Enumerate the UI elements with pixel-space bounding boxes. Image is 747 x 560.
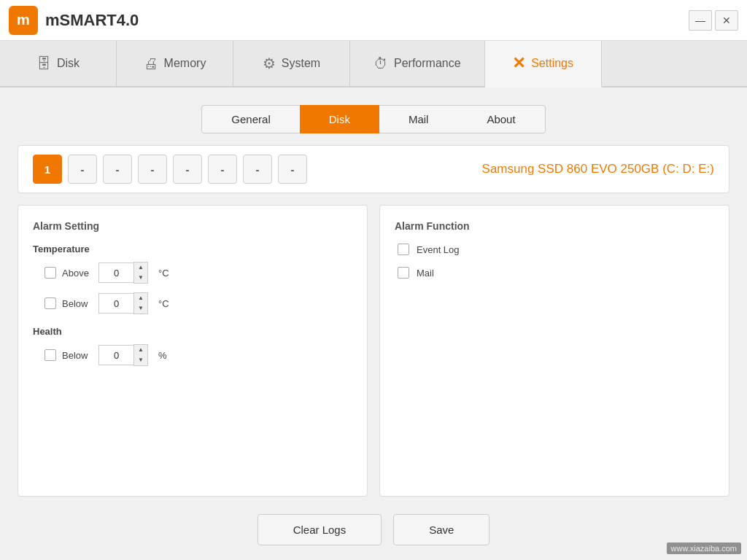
memory-icon: 🖨 — [144, 55, 158, 72]
below-health-down-button[interactable]: ▼ — [134, 355, 147, 365]
disk-button-3[interactable]: - — [103, 155, 132, 184]
disk-icon: 🗄 — [36, 55, 51, 72]
app-logo: m — [9, 6, 38, 35]
clear-logs-button[interactable]: Clear Logs — [258, 514, 382, 545]
disk-button-4[interactable]: - — [138, 155, 167, 184]
alarm-setting-panel: Alarm Setting Temperature Above ▲ ▼ °C — [18, 205, 368, 497]
above-spinner: ▲ ▼ — [133, 262, 148, 284]
tab-disk[interactable]: 🗄 Disk — [0, 41, 117, 86]
disk-selector-row: 1 - - - - - - - Samsung SSD 860 EVO 250G… — [18, 145, 729, 193]
tab-performance[interactable]: ⏱ Performance — [350, 41, 485, 86]
disk-button-6[interactable]: - — [208, 155, 237, 184]
disk-name-label: Samsung SSD 860 EVO 250GB (C: D: E:) — [482, 162, 714, 176]
below-temp-checkbox-wrap: Below — [44, 298, 91, 309]
panels-row: Alarm Setting Temperature Above ▲ ▼ °C — [18, 205, 729, 497]
performance-icon: ⏱ — [374, 55, 388, 72]
alarm-function-panel: Alarm Function Event Log Mail — [379, 205, 729, 497]
main-content: General Disk Mail About 1 - - - - - - - … — [0, 88, 747, 560]
health-label: Health — [33, 326, 352, 337]
sub-tabs: General Disk Mail About — [18, 105, 729, 133]
nav-tabs: 🗄 Disk 🖨 Memory ⚙ System ⏱ Performance ✕… — [0, 41, 747, 88]
below-temp-down-button[interactable]: ▼ — [134, 303, 147, 314]
event-log-label: Event Log — [417, 244, 460, 255]
above-input[interactable] — [98, 262, 133, 283]
subtab-general[interactable]: General — [201, 105, 299, 133]
above-unit: °C — [158, 268, 169, 279]
alarm-function-title: Alarm Function — [395, 220, 714, 232]
mail-func-row: Mail — [398, 267, 714, 279]
tab-settings[interactable]: ✕ Settings — [485, 41, 602, 88]
below-health-input-wrap: ▲ ▼ — [98, 344, 148, 366]
watermark: www.xiazaiba.com — [667, 542, 741, 554]
below-temp-spinner: ▲ ▼ — [133, 292, 148, 314]
below-temp-label: Below — [62, 298, 91, 309]
system-icon: ⚙ — [263, 55, 276, 72]
above-input-wrap: ▲ ▼ — [98, 262, 148, 284]
save-button[interactable]: Save — [393, 514, 489, 545]
below-health-label: Below — [62, 350, 91, 361]
above-row: Above ▲ ▼ °C — [44, 262, 352, 284]
below-health-checkbox[interactable] — [44, 349, 56, 361]
temperature-label: Temperature — [33, 244, 352, 254]
below-temp-row: Below ▲ ▼ °C — [44, 292, 352, 314]
title-bar-controls: — ✕ — [689, 10, 738, 31]
above-up-button[interactable]: ▲ — [134, 262, 147, 273]
below-temp-input[interactable] — [98, 293, 133, 314]
subtab-disk[interactable]: Disk — [300, 105, 379, 133]
minimize-button[interactable]: — — [689, 10, 712, 31]
alarm-setting-title: Alarm Setting — [33, 220, 352, 232]
settings-icon: ✕ — [512, 54, 525, 73]
disk-button-2[interactable]: - — [68, 155, 97, 184]
app-title: mSMART4.0 — [45, 11, 139, 30]
mail-func-checkbox[interactable] — [398, 267, 409, 279]
title-bar: m mSMART4.0 — ✕ — [0, 0, 747, 41]
below-temp-unit: °C — [158, 298, 169, 309]
below-health-input[interactable] — [98, 345, 133, 365]
disk-button-8[interactable]: - — [278, 155, 307, 184]
above-checkbox[interactable] — [44, 267, 56, 279]
tab-memory[interactable]: 🖨 Memory — [117, 41, 233, 86]
below-health-unit: % — [158, 350, 167, 361]
below-temp-input-wrap: ▲ ▼ — [98, 292, 148, 314]
above-label: Above — [62, 268, 91, 279]
subtab-about[interactable]: About — [457, 105, 545, 133]
subtab-mail[interactable]: Mail — [379, 105, 458, 133]
tab-system[interactable]: ⚙ System — [233, 41, 350, 86]
title-bar-left: m mSMART4.0 — [9, 6, 139, 35]
bottom-buttons: Clear Logs Save — [18, 508, 729, 548]
below-health-spinner: ▲ ▼ — [133, 344, 148, 366]
above-checkbox-wrap: Above — [44, 267, 91, 279]
close-button[interactable]: ✕ — [715, 10, 738, 31]
above-down-button[interactable]: ▼ — [134, 273, 147, 283]
mail-func-label: Mail — [417, 268, 434, 279]
disk-button-1[interactable]: 1 — [33, 155, 62, 184]
event-log-row: Event Log — [398, 244, 714, 255]
below-health-checkbox-wrap: Below — [44, 349, 91, 361]
below-temp-up-button[interactable]: ▲ — [134, 293, 147, 303]
below-health-up-button[interactable]: ▲ — [134, 345, 147, 355]
below-temp-checkbox[interactable] — [44, 298, 56, 309]
disk-button-7[interactable]: - — [243, 155, 272, 184]
below-health-row: Below ▲ ▼ % — [44, 344, 352, 366]
event-log-checkbox[interactable] — [398, 244, 409, 255]
disk-button-5[interactable]: - — [173, 155, 202, 184]
